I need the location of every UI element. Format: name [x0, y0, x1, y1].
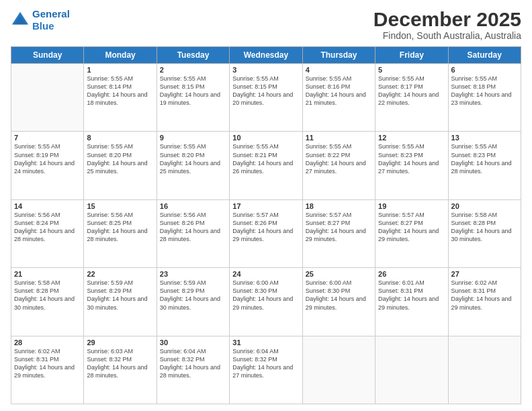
title-block: December 2025 Findon, South Australia, A…	[373, 8, 521, 41]
calendar-day-header: Wednesday	[230, 47, 302, 64]
calendar-cell: 4Sunrise: 5:55 AMSunset: 8:16 PMDaylight…	[302, 64, 375, 132]
calendar-cell: 23Sunrise: 5:59 AMSunset: 8:29 PMDayligh…	[157, 268, 229, 336]
cell-content: Sunrise: 6:04 AMSunset: 8:32 PMDaylight:…	[160, 347, 226, 380]
cell-content: Sunrise: 5:55 AMSunset: 8:23 PMDaylight:…	[451, 142, 518, 175]
day-number: 28	[14, 338, 81, 347]
cell-content: Sunrise: 5:56 AMSunset: 8:25 PMDaylight:…	[87, 211, 153, 244]
calendar-cell: 10Sunrise: 5:55 AMSunset: 8:21 PMDayligh…	[230, 132, 302, 199]
cell-content: Sunrise: 5:55 AMSunset: 8:18 PMDaylight:…	[451, 75, 518, 107]
cell-content: Sunrise: 5:55 AMSunset: 8:22 PMDaylight:…	[306, 142, 372, 175]
cell-content: Sunrise: 5:55 AMSunset: 8:14 PMDaylight:…	[87, 75, 153, 107]
calendar-day-header: Thursday	[302, 47, 375, 64]
day-number: 4	[306, 66, 372, 74]
calendar-cell: 27Sunrise: 6:02 AMSunset: 8:31 PMDayligh…	[448, 268, 521, 336]
calendar-cell	[375, 336, 448, 404]
calendar-cell: 7Sunrise: 5:55 AMSunset: 8:19 PMDaylight…	[11, 132, 84, 199]
cell-content: Sunrise: 5:58 AMSunset: 8:28 PMDaylight:…	[14, 279, 81, 312]
cell-content: Sunrise: 5:57 AMSunset: 8:27 PMDaylight:…	[306, 211, 372, 244]
cell-content: Sunrise: 5:57 AMSunset: 8:26 PMDaylight:…	[232, 211, 299, 244]
calendar-day-header: Friday	[375, 47, 448, 64]
cell-content: Sunrise: 6:03 AMSunset: 8:32 PMDaylight:…	[87, 347, 153, 380]
calendar-cell: 21Sunrise: 5:58 AMSunset: 8:28 PMDayligh…	[11, 268, 84, 336]
calendar-cell: 5Sunrise: 5:55 AMSunset: 8:17 PMDaylight…	[375, 64, 448, 132]
calendar-cell: 20Sunrise: 5:58 AMSunset: 8:28 PMDayligh…	[448, 199, 521, 267]
calendar-cell: 1Sunrise: 5:55 AMSunset: 8:14 PMDaylight…	[84, 64, 157, 132]
day-number: 10	[232, 134, 299, 142]
calendar-cell: 16Sunrise: 5:56 AMSunset: 8:26 PMDayligh…	[157, 199, 229, 267]
calendar-cell: 3Sunrise: 5:55 AMSunset: 8:15 PMDaylight…	[230, 64, 302, 132]
day-number: 6	[451, 66, 518, 74]
calendar-cell: 6Sunrise: 5:55 AMSunset: 8:18 PMDaylight…	[448, 64, 521, 132]
calendar-week-row: 7Sunrise: 5:55 AMSunset: 8:19 PMDaylight…	[11, 132, 521, 199]
cell-content: Sunrise: 5:57 AMSunset: 8:27 PMDaylight:…	[378, 211, 445, 244]
calendar-cell: 26Sunrise: 6:01 AMSunset: 8:31 PMDayligh…	[375, 268, 448, 336]
cell-content: Sunrise: 5:55 AMSunset: 8:19 PMDaylight:…	[14, 142, 81, 175]
cell-content: Sunrise: 5:58 AMSunset: 8:28 PMDaylight:…	[451, 211, 518, 244]
day-number: 25	[306, 270, 372, 278]
day-number: 21	[14, 270, 81, 278]
cell-content: Sunrise: 5:56 AMSunset: 8:24 PMDaylight:…	[14, 211, 81, 244]
calendar-day-header: Monday	[84, 47, 157, 64]
calendar-cell: 14Sunrise: 5:56 AMSunset: 8:24 PMDayligh…	[11, 199, 84, 267]
cell-content: Sunrise: 5:59 AMSunset: 8:29 PMDaylight:…	[160, 279, 226, 312]
day-number: 24	[232, 270, 299, 278]
day-number: 17	[232, 202, 299, 210]
calendar-cell: 19Sunrise: 5:57 AMSunset: 8:27 PMDayligh…	[375, 199, 448, 267]
calendar-day-header: Saturday	[448, 47, 521, 64]
calendar-cell: 17Sunrise: 5:57 AMSunset: 8:26 PMDayligh…	[230, 199, 302, 267]
day-number: 2	[160, 66, 226, 74]
day-number: 31	[232, 338, 299, 347]
day-number: 3	[232, 66, 299, 74]
day-number: 9	[160, 134, 226, 142]
calendar-cell: 8Sunrise: 5:55 AMSunset: 8:20 PMDaylight…	[84, 132, 157, 199]
day-number: 29	[87, 338, 153, 347]
cell-content: Sunrise: 5:55 AMSunset: 8:20 PMDaylight:…	[160, 142, 226, 175]
day-number: 12	[378, 134, 445, 142]
calendar-cell: 9Sunrise: 5:55 AMSunset: 8:20 PMDaylight…	[157, 132, 229, 199]
cell-content: Sunrise: 5:55 AMSunset: 8:15 PMDaylight:…	[232, 75, 299, 107]
cell-content: Sunrise: 5:55 AMSunset: 8:20 PMDaylight:…	[87, 142, 153, 175]
day-number: 5	[378, 66, 445, 74]
calendar-week-row: 14Sunrise: 5:56 AMSunset: 8:24 PMDayligh…	[11, 199, 521, 267]
day-number: 15	[87, 202, 153, 210]
day-number: 8	[87, 134, 153, 142]
day-number: 1	[87, 66, 153, 74]
calendar-cell: 29Sunrise: 6:03 AMSunset: 8:32 PMDayligh…	[84, 336, 157, 404]
calendar-cell: 2Sunrise: 5:55 AMSunset: 8:15 PMDaylight…	[157, 64, 229, 132]
cell-content: Sunrise: 5:55 AMSunset: 8:23 PMDaylight:…	[378, 142, 445, 175]
logo-icon	[11, 11, 30, 30]
calendar-cell: 12Sunrise: 5:55 AMSunset: 8:23 PMDayligh…	[375, 132, 448, 199]
cell-content: Sunrise: 6:02 AMSunset: 8:31 PMDaylight:…	[451, 279, 518, 312]
calendar-cell: 11Sunrise: 5:55 AMSunset: 8:22 PMDayligh…	[302, 132, 375, 199]
day-number: 23	[160, 270, 226, 278]
calendar-day-header: Sunday	[11, 47, 84, 64]
day-number: 11	[306, 134, 372, 142]
cell-content: Sunrise: 6:00 AMSunset: 8:30 PMDaylight:…	[306, 279, 372, 312]
cell-content: Sunrise: 5:56 AMSunset: 8:26 PMDaylight:…	[160, 211, 226, 244]
calendar-week-row: 1Sunrise: 5:55 AMSunset: 8:14 PMDaylight…	[11, 64, 521, 132]
cell-content: Sunrise: 6:02 AMSunset: 8:31 PMDaylight:…	[14, 347, 81, 380]
header: General Blue December 2025 Findon, South…	[11, 8, 521, 41]
cell-content: Sunrise: 5:55 AMSunset: 8:16 PMDaylight:…	[306, 75, 372, 107]
cell-content: Sunrise: 5:55 AMSunset: 8:21 PMDaylight:…	[232, 142, 299, 175]
calendar-cell: 15Sunrise: 5:56 AMSunset: 8:25 PMDayligh…	[84, 199, 157, 267]
cell-content: Sunrise: 6:04 AMSunset: 8:32 PMDaylight:…	[232, 347, 299, 380]
day-number: 19	[378, 202, 445, 210]
day-number: 7	[14, 134, 81, 142]
main-title: December 2025	[373, 8, 521, 30]
day-number: 22	[87, 270, 153, 278]
calendar-cell: 22Sunrise: 5:59 AMSunset: 8:29 PMDayligh…	[84, 268, 157, 336]
cell-content: Sunrise: 6:01 AMSunset: 8:31 PMDaylight:…	[378, 279, 445, 312]
calendar-cell: 30Sunrise: 6:04 AMSunset: 8:32 PMDayligh…	[157, 336, 229, 404]
day-number: 26	[378, 270, 445, 278]
cell-content: Sunrise: 5:55 AMSunset: 8:15 PMDaylight:…	[160, 75, 226, 107]
subtitle: Findon, South Australia, Australia	[373, 30, 521, 41]
cell-content: Sunrise: 5:59 AMSunset: 8:29 PMDaylight:…	[87, 279, 153, 312]
calendar-cell	[448, 336, 521, 404]
page: General Blue December 2025 Findon, South…	[0, 0, 532, 411]
calendar-cell: 24Sunrise: 6:00 AMSunset: 8:30 PMDayligh…	[230, 268, 302, 336]
calendar-cell: 25Sunrise: 6:00 AMSunset: 8:30 PMDayligh…	[302, 268, 375, 336]
calendar-cell: 31Sunrise: 6:04 AMSunset: 8:32 PMDayligh…	[230, 336, 302, 404]
cell-content: Sunrise: 5:55 AMSunset: 8:17 PMDaylight:…	[378, 75, 445, 107]
day-number: 30	[160, 338, 226, 347]
